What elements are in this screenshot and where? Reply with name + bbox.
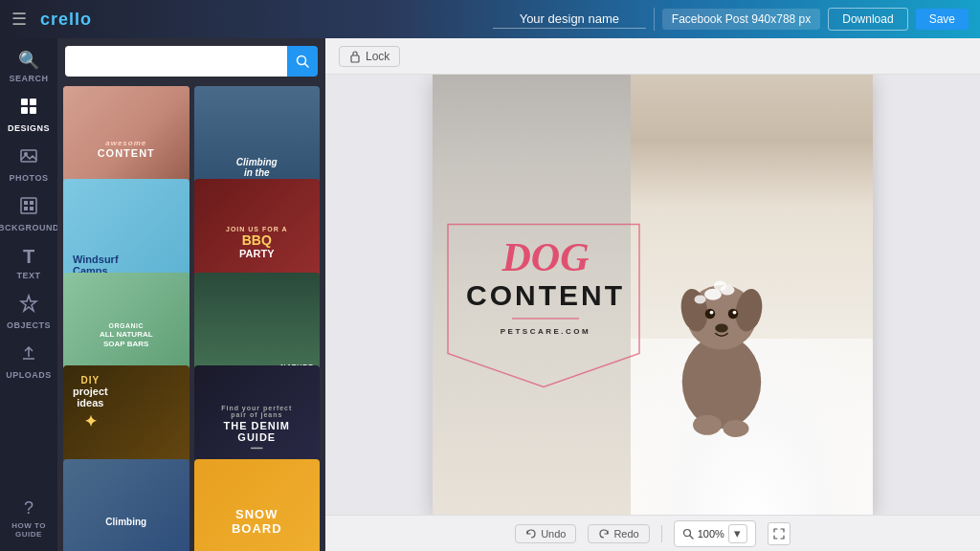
left-sidebar: 🔍 SEARCH DESIGNS PHOTOS BCKGROUND T TEXT <box>0 38 57 551</box>
sidebar-label-uploads: UPLOADS <box>6 370 52 380</box>
format-label: Facebook Post 940x788 px <box>662 9 820 30</box>
svg-point-19 <box>728 309 739 320</box>
objects-icon <box>19 294 38 318</box>
svg-rect-0 <box>21 99 28 105</box>
photos-icon <box>19 146 38 170</box>
search-icon: 🔍 <box>18 50 39 71</box>
search-input[interactable] <box>65 46 287 77</box>
content-text: CONTENT <box>466 279 625 311</box>
url-text: PETSCARE.COM <box>466 327 625 336</box>
svg-point-28 <box>724 420 749 437</box>
text-icon: T <box>23 246 34 268</box>
svg-point-18 <box>705 309 716 320</box>
save-button[interactable]: Save <box>916 9 969 30</box>
search-button[interactable] <box>287 46 318 77</box>
svg-rect-6 <box>21 198 36 213</box>
svg-rect-4 <box>21 150 36 162</box>
svg-line-12 <box>305 64 309 68</box>
background-icon <box>19 196 38 220</box>
sidebar-item-search[interactable]: 🔍 SEARCH <box>3 44 55 89</box>
undo-label: Undo <box>541 528 566 540</box>
svg-rect-9 <box>24 207 28 210</box>
logo: crello <box>40 10 92 30</box>
canvas-container: DOG CONTENT PETSCARE.COM <box>325 75 980 515</box>
sidebar-item-photos[interactable]: PHOTOS <box>3 141 55 188</box>
svg-rect-2 <box>21 107 28 114</box>
svg-point-21 <box>733 311 737 315</box>
canvas-design: DOG CONTENT PETSCARE.COM <box>433 75 873 515</box>
howto-icon: ? <box>24 498 33 518</box>
sidebar-item-objects[interactable]: OBJECTS <box>3 288 55 336</box>
template-thumb-9[interactable]: Climbing <box>63 459 189 551</box>
template-thumb-10[interactable]: SNOW BOARD <box>194 459 321 551</box>
sidebar-label-objects: OBJECTS <box>7 320 51 330</box>
sidebar-label-search: SEARCH <box>9 74 48 83</box>
svg-rect-3 <box>30 107 36 114</box>
svg-rect-10 <box>30 207 33 210</box>
canvas-frame[interactable]: DOG CONTENT PETSCARE.COM <box>433 75 873 515</box>
canvas-toolbar: Lock <box>325 38 980 75</box>
sidebar-item-text[interactable]: T TEXT <box>3 240 55 286</box>
lock-label: Lock <box>366 50 390 63</box>
redo-label: Redo <box>613 528 638 540</box>
sidebar-label-designs: DESIGNS <box>8 123 50 133</box>
sidebar-item-uploads[interactable]: UPLOADS <box>3 338 55 386</box>
download-button[interactable]: Download <box>828 8 907 31</box>
hamburger-icon[interactable]: ☰ <box>11 9 27 30</box>
sidebar-item-designs[interactable]: DESIGNS <box>3 91 55 139</box>
dog-text: DOG <box>466 237 625 277</box>
uploads-icon <box>19 343 38 367</box>
redo-button[interactable]: Redo <box>588 524 649 543</box>
svg-point-22 <box>715 324 728 333</box>
panel: awesome CONTENT Climbing in the The Wild… <box>57 38 325 551</box>
top-bar: ☰ crello Facebook Post 940x788 px Downlo… <box>0 0 980 38</box>
zoom-control: 100% ▾ <box>674 520 756 547</box>
dog-illustration <box>650 199 793 486</box>
logo-text: crello <box>40 10 92 29</box>
svg-rect-7 <box>24 201 28 205</box>
svg-rect-1 <box>30 99 36 105</box>
canvas-area: Lock <box>325 38 980 551</box>
svg-point-26 <box>695 296 706 304</box>
zoom-fit-button[interactable] <box>768 522 791 545</box>
canvas-bottom-bar: Undo Redo 100% ▾ <box>325 515 980 551</box>
lock-button[interactable]: Lock <box>339 46 400 67</box>
sidebar-label-background: BCKGROUND <box>0 223 59 232</box>
sidebar-item-background[interactable]: BCKGROUND <box>3 190 55 238</box>
templates-grid: awesome CONTENT Climbing in the The Wild… <box>57 82 325 551</box>
designs-icon <box>19 97 38 121</box>
main-layout: 🔍 SEARCH DESIGNS PHOTOS BCKGROUND T TEXT <box>0 38 980 551</box>
svg-rect-8 <box>30 201 33 205</box>
zoom-icon <box>682 528 694 540</box>
zoom-dropdown-button[interactable]: ▾ <box>728 524 747 543</box>
svg-point-27 <box>693 415 722 435</box>
top-bar-right: Facebook Post 940x788 px Download Save <box>493 8 969 31</box>
sidebar-item-howto[interactable]: ? HOW TOGUIDE <box>3 493 55 545</box>
svg-point-20 <box>710 311 714 315</box>
svg-line-30 <box>689 535 693 539</box>
svg-point-25 <box>714 281 727 292</box>
svg-rect-13 <box>351 55 359 62</box>
sidebar-label-text: TEXT <box>16 271 40 280</box>
sidebar-label-photos: PHOTOS <box>10 173 49 183</box>
zoom-value: 100% <box>698 528 724 540</box>
design-name-input[interactable] <box>493 10 646 29</box>
undo-button[interactable]: Undo <box>515 524 576 543</box>
search-bar <box>57 38 325 82</box>
sidebar-label-howto: HOW TOGUIDE <box>11 521 46 540</box>
fit-icon <box>773 528 785 540</box>
